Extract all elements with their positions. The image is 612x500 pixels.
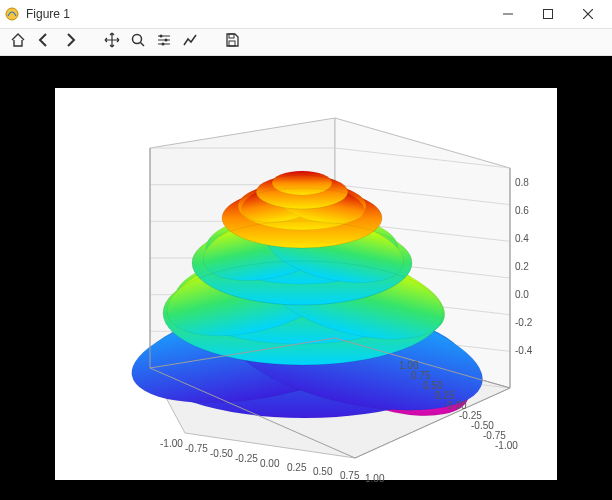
tick-x: -0.75 <box>185 443 208 454</box>
figure-canvas-area: -1.00-0.75-0.50-0.250.000.250.500.751.00… <box>0 56 612 500</box>
tick-y: 0.00 <box>447 400 466 411</box>
forward-button[interactable] <box>58 31 82 53</box>
edit-axis-button[interactable] <box>178 31 202 53</box>
config-button[interactable] <box>152 31 176 53</box>
svg-point-0 <box>6 8 18 20</box>
sliders-icon <box>156 32 172 52</box>
tick-y: -1.00 <box>495 440 518 451</box>
tick-y: 0.25 <box>435 390 454 401</box>
svg-rect-11 <box>229 41 235 46</box>
tick-z: 0.4 <box>515 233 529 244</box>
close-button[interactable] <box>568 0 608 28</box>
minimize-button[interactable] <box>488 0 528 28</box>
pan-button[interactable] <box>100 31 124 53</box>
tick-x: 0.75 <box>340 470 359 481</box>
window-title: Figure 1 <box>26 7 488 21</box>
tick-y: 0.50 <box>423 380 442 391</box>
tick-z: 0.8 <box>515 177 529 188</box>
back-button[interactable] <box>32 31 56 53</box>
plot-container[interactable]: -1.00-0.75-0.50-0.250.000.250.500.751.00… <box>55 88 557 480</box>
save-icon <box>224 32 240 52</box>
zoom-button[interactable] <box>126 31 150 53</box>
save-button[interactable] <box>220 31 244 53</box>
svg-rect-2 <box>544 10 553 19</box>
tick-x: 0.50 <box>313 466 332 477</box>
tick-x: -0.25 <box>235 453 258 464</box>
arrow-left-icon <box>36 32 52 52</box>
svg-point-7 <box>160 35 163 38</box>
mpl-toolbar <box>0 28 612 56</box>
chart-line-icon <box>182 32 198 52</box>
tick-x: 0.00 <box>260 458 279 469</box>
tick-x: -1.00 <box>160 438 183 449</box>
app-icon <box>4 6 20 22</box>
search-icon <box>130 32 146 52</box>
tick-y: 0.75 <box>411 370 430 381</box>
home-button[interactable] <box>6 31 30 53</box>
move-icon <box>104 32 120 52</box>
svg-point-8 <box>165 39 168 42</box>
tick-z: -0.2 <box>515 317 532 328</box>
tick-y: -0.25 <box>459 410 482 421</box>
svg-point-9 <box>162 43 165 46</box>
svg-line-6 <box>141 43 145 47</box>
tick-z: 0.2 <box>515 261 529 272</box>
tick-y: -0.50 <box>471 420 494 431</box>
window-controls <box>488 0 608 28</box>
tick-x: -0.50 <box>210 448 233 459</box>
tick-y: 1.00 <box>399 360 418 371</box>
tick-z: -0.4 <box>515 345 532 356</box>
window-titlebar: Figure 1 <box>0 0 612 28</box>
tick-x: 1.00 <box>365 473 384 484</box>
tick-y: -0.75 <box>483 430 506 441</box>
tick-z: 0.6 <box>515 205 529 216</box>
svg-point-5 <box>133 35 142 44</box>
tick-x: 0.25 <box>287 462 306 473</box>
tick-z: 0.0 <box>515 289 529 300</box>
arrow-right-icon <box>62 32 78 52</box>
svg-point-46 <box>272 171 332 195</box>
maximize-button[interactable] <box>528 0 568 28</box>
home-icon <box>10 32 26 52</box>
